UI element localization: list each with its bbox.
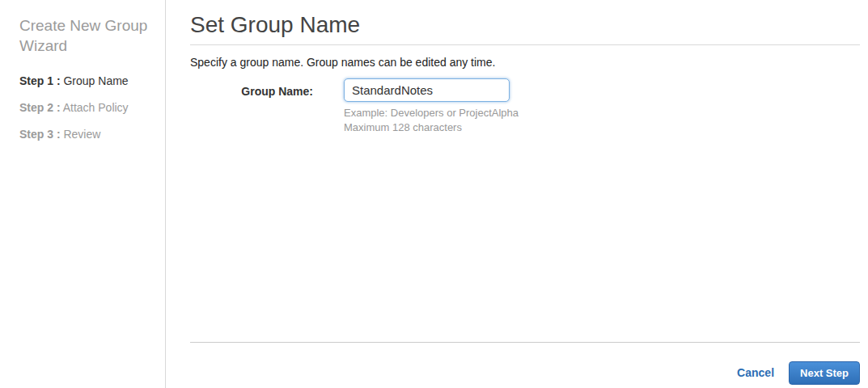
wizard-sidebar: Create New Group Wizard Step 1 : Group N… bbox=[0, 0, 166, 388]
sidebar-step-attach-policy[interactable]: Step 2 : Attach Policy bbox=[19, 100, 149, 116]
page-title: Set Group Name bbox=[190, 11, 860, 39]
group-name-hint-example: Example: Developers or ProjectAlpha bbox=[344, 106, 519, 120]
step-number: Step 2 : bbox=[19, 101, 61, 114]
group-name-hint-max: Maximum 128 characters bbox=[344, 120, 519, 135]
sidebar-step-group-name[interactable]: Step 1 : Group Name bbox=[19, 74, 149, 89]
step-label: Group Name bbox=[61, 74, 129, 87]
sidebar-step-review[interactable]: Step 3 : Review bbox=[19, 127, 149, 142]
wizard-footer: Cancel Next Step bbox=[190, 342, 860, 388]
group-name-label: Group Name: bbox=[190, 78, 313, 135]
create-group-wizard-page: Create New Group Wizard Step 1 : Group N… bbox=[0, 0, 868, 388]
step-number: Step 1 : bbox=[19, 74, 61, 87]
next-step-button[interactable]: Next Step bbox=[789, 361, 860, 385]
cancel-button[interactable]: Cancel bbox=[737, 366, 774, 379]
wizard-title: Create New Group Wizard bbox=[19, 15, 149, 56]
wizard-step-list: Step 1 : Group Name Step 2 : Attach Poli… bbox=[19, 74, 149, 142]
main-content: Set Group Name Specify a group name. Gro… bbox=[166, 0, 868, 388]
group-name-form-row: Group Name: Example: Developers or Proje… bbox=[190, 78, 860, 135]
step-label: Attach Policy bbox=[61, 101, 129, 114]
group-name-input[interactable] bbox=[344, 78, 510, 102]
group-name-field: Example: Developers or ProjectAlpha Maxi… bbox=[344, 78, 519, 135]
main-header: Set Group Name bbox=[190, 11, 860, 45]
page-description: Specify a group name. Group names can be… bbox=[190, 56, 860, 69]
step-number: Step 3 : bbox=[19, 128, 61, 141]
step-label: Review bbox=[61, 128, 101, 141]
